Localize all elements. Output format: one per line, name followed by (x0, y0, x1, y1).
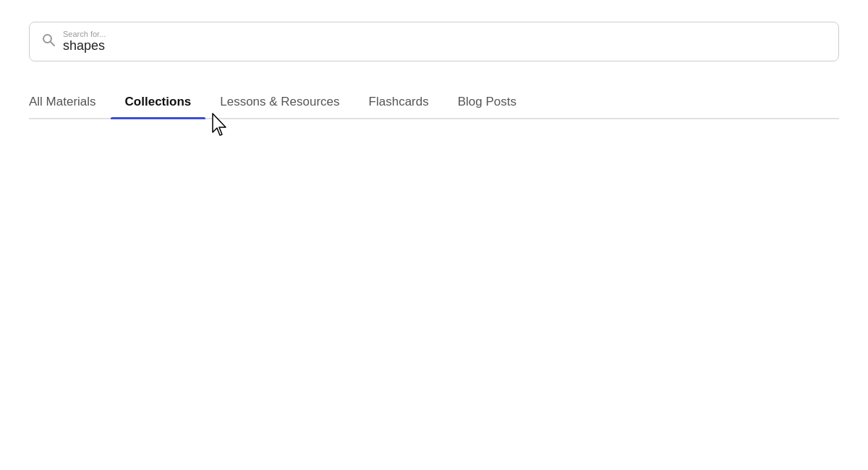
search-bar[interactable]: Search for... shapes (29, 22, 839, 61)
search-icon (41, 33, 56, 51)
search-placeholder: Search for... (63, 30, 106, 38)
tab-lessons-resources[interactable]: Lessons & Resources (205, 87, 354, 118)
tab-collections[interactable]: Collections (111, 87, 206, 118)
tab-all-materials[interactable]: All Materials (29, 87, 111, 118)
tabs-nav: All Materials Collections Lessons & Reso… (29, 87, 839, 119)
tab-blog-posts[interactable]: Blog Posts (443, 87, 531, 118)
search-input-group[interactable]: Search for... shapes (63, 30, 106, 54)
tab-flashcards[interactable]: Flashcards (354, 87, 443, 118)
svg-line-1 (51, 42, 54, 46)
search-value: shapes (63, 38, 106, 54)
